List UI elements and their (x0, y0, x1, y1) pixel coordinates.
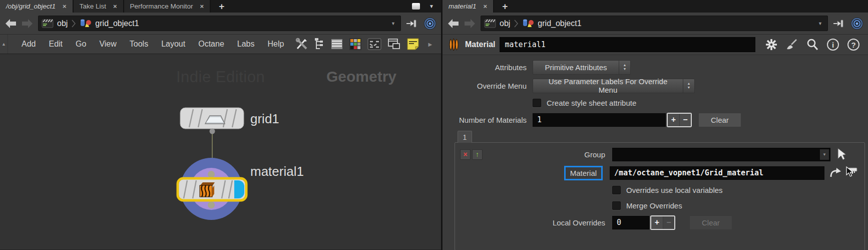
info-icon[interactable]: i (826, 38, 839, 51)
follow-selection-icon[interactable] (423, 17, 437, 31)
multiparm-buttons: + − (650, 215, 675, 230)
geometry-object-icon (80, 18, 92, 29)
merge-overrides-checkbox[interactable] (612, 201, 621, 210)
new-tab-button[interactable]: + (211, 0, 232, 13)
parameter-header: Material material1 i (443, 34, 868, 55)
group-input-wrap: ▼ (612, 148, 830, 161)
color-palette-icon[interactable] (349, 38, 362, 51)
close-icon[interactable]: × (63, 3, 67, 10)
clear-materials-button[interactable]: Clear (698, 113, 741, 127)
toolbar-overflow-icon[interactable]: ▶ (428, 42, 432, 47)
param-row-attributes: Attributes Primitive Attributes ▲ ▼ (443, 60, 868, 75)
param-label: Number of Materials (443, 116, 527, 124)
node-name-input[interactable]: material1 (500, 37, 755, 52)
delete-instance-button[interactable]: × (460, 149, 471, 160)
node-label-material1[interactable]: material1 (250, 164, 304, 179)
dropdown-spinner-icon[interactable]: ▲ ▼ (683, 79, 694, 93)
layout-nodes-icon[interactable] (367, 38, 381, 51)
editor-edge-toggle[interactable]: ▲ (0, 35, 8, 54)
new-tab-button[interactable]: + (494, 0, 516, 13)
back-button-icon[interactable] (4, 18, 18, 29)
group-dropdown-icon[interactable]: ▼ (820, 149, 829, 160)
breadcrumb-root[interactable]: obj (500, 19, 510, 28)
add-material-button[interactable]: + (668, 114, 679, 126)
tab-performance-monitor[interactable]: Performance Monitor × (124, 0, 211, 13)
help-icon[interactable]: ? (847, 38, 860, 51)
material-node-icon[interactable] (448, 38, 461, 51)
brush-icon[interactable] (785, 38, 798, 51)
close-icon[interactable]: × (200, 3, 204, 10)
maximize-pane-icon[interactable] (412, 3, 420, 10)
override-menu-dropdown[interactable]: Use Parameter Labels For Override Menu ▲… (533, 79, 695, 93)
pane-menu-icon[interactable]: ▼ (429, 4, 434, 9)
breadcrumb-node[interactable]: grid_object1 (95, 19, 139, 28)
close-icon[interactable]: × (113, 3, 117, 10)
forward-button-icon[interactable] (21, 18, 34, 29)
pin-icon[interactable] (832, 17, 846, 30)
tree-view-icon[interactable] (314, 38, 325, 51)
pin-icon[interactable] (405, 17, 419, 30)
material-label-highlight: Material (564, 166, 603, 180)
search-icon[interactable] (806, 38, 819, 51)
menu-go[interactable]: Go (69, 40, 93, 49)
clear-overrides-button: Clear (689, 215, 732, 230)
material-instance-tab[interactable]: 1 (458, 131, 472, 143)
menu-edit[interactable]: Edit (42, 40, 69, 49)
node-material1[interactable] (178, 158, 246, 220)
group-input[interactable] (612, 148, 830, 161)
insert-instance-button[interactable]: ↑ (472, 149, 483, 160)
menu-help[interactable]: Help (261, 40, 290, 49)
node-label-grid1[interactable]: grid1 (250, 111, 279, 127)
forward-button-icon[interactable] (463, 18, 477, 29)
breadcrumb-root[interactable]: obj (57, 19, 68, 28)
menu-layout[interactable]: Layout (155, 40, 192, 49)
tab-take-list[interactable]: Take List × (74, 0, 124, 13)
material-path-input[interactable]: /mat/octane_vopnet1/Grid_material (610, 166, 824, 180)
checkbox-label: Create style sheet attribute (547, 99, 636, 107)
attributes-dropdown[interactable]: Primitive Attributes ▲ ▼ (533, 60, 631, 75)
node-input-connector[interactable] (208, 171, 215, 178)
num-materials-input[interactable]: 1 (533, 113, 666, 127)
dropdown-spinner-icon[interactable]: ▲ ▼ (619, 61, 630, 74)
houdini-window: /obj/grid_object1 × Take List × Performa… (0, 0, 868, 250)
breadcrumb-node[interactable]: grid_object1 (538, 19, 581, 28)
network-canvas[interactable]: Indie Edition Geometry (0, 54, 441, 249)
path-dropdown-icon[interactable]: ▼ (391, 21, 397, 26)
nav-arrows (4, 18, 34, 29)
remove-material-button[interactable]: − (679, 114, 691, 126)
tab-obj-grid-object1[interactable]: /obj/grid_object1 × (0, 0, 74, 13)
overrides-local-checkbox[interactable] (612, 186, 621, 194)
tools-icon[interactable] (295, 38, 308, 51)
tab-material1[interactable]: material1 × (443, 0, 494, 13)
param-label: Override Menu (443, 82, 527, 90)
node-output-connector[interactable] (210, 129, 215, 134)
node-grid1[interactable] (180, 108, 244, 134)
follow-selection-icon[interactable] (850, 17, 864, 31)
path-field[interactable]: obj grid_object1 ▼ (481, 16, 828, 31)
param-row-local-overrides: Local Overrides 0 + − Clear (460, 215, 859, 230)
gear-icon[interactable] (765, 38, 778, 51)
local-overrides-input[interactable]: 0 (612, 216, 649, 229)
menu-tools[interactable]: Tools (123, 40, 155, 49)
menu-view[interactable]: View (93, 40, 123, 49)
style-sheet-checkbox[interactable] (533, 99, 541, 107)
back-button-icon[interactable] (447, 18, 460, 29)
material-row-icons (829, 166, 859, 179)
remove-override-button[interactable]: − (663, 216, 674, 229)
windows-cascade-icon[interactable] (387, 38, 401, 51)
menu-octane[interactable]: Octane (192, 40, 231, 49)
sticky-note-icon[interactable] (406, 38, 419, 51)
param-row-override-menu: Override Menu Use Parameter Labels For O… (443, 78, 868, 93)
node-output-connector[interactable] (208, 201, 215, 208)
close-icon[interactable]: × (484, 3, 488, 10)
reselect-geometry-icon[interactable] (835, 148, 847, 161)
path-dropdown-icon[interactable]: ▼ (818, 21, 824, 26)
path-field[interactable]: obj grid_object1 ▼ (38, 16, 401, 31)
jump-to-operator-icon[interactable] (829, 167, 842, 179)
menu-labs[interactable]: Labs (231, 40, 261, 49)
add-override-button[interactable]: + (651, 216, 663, 229)
delete-icon: × (463, 150, 467, 158)
list-view-icon[interactable] (330, 38, 343, 51)
obj-manager-icon (42, 18, 54, 29)
menu-add[interactable]: Add (15, 40, 42, 49)
